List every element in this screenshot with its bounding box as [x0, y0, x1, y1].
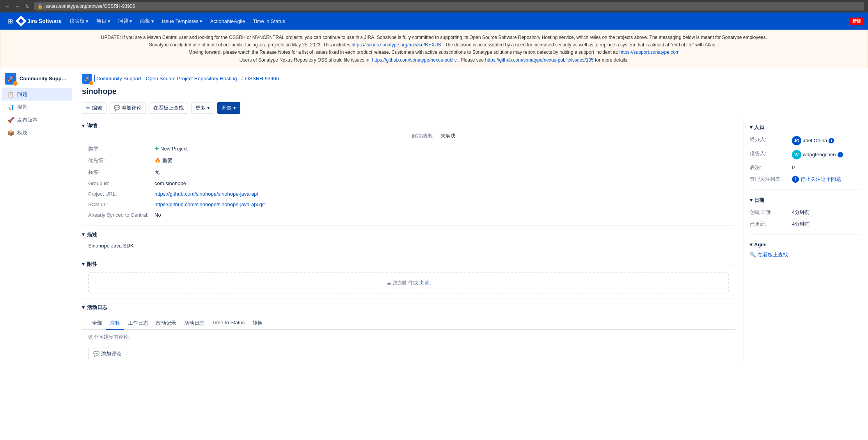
updated-label: 已更新:: [750, 219, 789, 229]
agile-section-header[interactable]: ▾ Agile: [750, 236, 862, 251]
sidebar-item-modules[interactable]: 📦 模块: [2, 127, 72, 139]
attachments-section-label: 附件: [87, 261, 97, 268]
url-bar[interactable]: 🔒 issues.sonatype.org/browse/OSSRH-93906: [34, 2, 864, 11]
lock-icon: 🔒: [37, 4, 43, 9]
refresh-button[interactable]: ↻: [24, 3, 31, 10]
sidebar-item-issues[interactable]: 📋 问题: [2, 88, 72, 101]
breadcrumb-separator: /: [241, 76, 243, 81]
divider-1: [82, 225, 735, 226]
tab-time-in-status[interactable]: Time In Status: [208, 317, 249, 330]
resolution-label: 解决结果:: [412, 132, 434, 140]
details-section-header[interactable]: ▾ 详情: [82, 118, 735, 133]
dates-section-label: 日期: [754, 197, 764, 204]
people-section-header[interactable]: ▾ 人员: [750, 118, 862, 134]
browse-link[interactable]: 浏览.: [419, 280, 431, 286]
browser-bar: ← → ↻ 🔒 issues.sonatype.org/browse/OSSRH…: [0, 0, 868, 12]
agile-board-link[interactable]: 🔍 在看板上查找: [750, 251, 862, 258]
priority-value: 🔥 重要: [154, 156, 735, 165]
forward-button[interactable]: →: [14, 3, 21, 10]
description-section-header[interactable]: ▾ 描述: [82, 227, 735, 241]
edit-button[interactable]: ✏ 编辑: [82, 102, 107, 114]
divider-right-1: [750, 189, 862, 190]
new-button[interactable]: 新建: [850, 18, 863, 25]
more-button[interactable]: 更多 ▾: [191, 102, 214, 114]
banner-nexus-link[interactable]: https://issues.sonatype.org/browse/NEXUS: [351, 42, 441, 48]
details-section-label: 详情: [87, 122, 97, 129]
nav-issue-templates[interactable]: Issue Templates ▾: [159, 17, 206, 26]
type-label: 类型:: [88, 144, 151, 154]
grid-icon[interactable]: ⊞: [5, 16, 16, 27]
votes-value: 0: [792, 163, 862, 172]
attachments-header: ▾ 附件 ···: [82, 257, 735, 271]
sidebar-item-releases[interactable]: 🚀 发布版本: [2, 114, 72, 126]
assignee-info-icon[interactable]: i: [829, 138, 834, 143]
project-icon: 🚀: [5, 73, 16, 85]
project-header: 🚀 Community Support - ...: [0, 68, 74, 88]
reporter-value: W wangfengchen i: [792, 149, 862, 161]
resolution-spacer: [88, 133, 412, 140]
activity-tabs: 全部 注释 工作日志 改动记录 活动日志 Time In Status 转换: [82, 314, 735, 330]
tab-all[interactable]: 全部: [88, 317, 106, 330]
project-url-link[interactable]: https://github.com/sinohope/sinohope-jav…: [154, 191, 258, 197]
jira-logo[interactable]: Jira Software: [17, 17, 62, 25]
tab-changelog[interactable]: 改动记录: [152, 317, 180, 330]
watch-link[interactable]: 停止关注这个问题: [801, 176, 841, 183]
banner-line4-suffix: for more details.: [595, 57, 628, 63]
banner-line2-prefix: Sonatype concluded use of most of our pu…: [149, 42, 351, 48]
sidebar-issues-label: 问题: [17, 91, 27, 98]
add-comment-button[interactable]: 💬 添加评论: [110, 102, 146, 114]
nav-issues[interactable]: 问题 ▾: [115, 16, 135, 26]
back-button[interactable]: ←: [4, 3, 11, 10]
chevron-agile-icon: ▾: [750, 242, 753, 247]
upload-icon: ☁: [386, 280, 391, 286]
nav-time-in-status[interactable]: Time in Status: [250, 17, 288, 26]
tab-worklog[interactable]: 工作日志: [124, 317, 152, 330]
find-on-board-button[interactable]: 在看板上查找: [149, 102, 188, 114]
dates-section-header[interactable]: ▾ 日期: [750, 191, 862, 207]
attachments-more-btn[interactable]: ···: [731, 261, 735, 267]
divider-right-2: [750, 234, 862, 235]
top-nav: ⊞ Jira Software 仪表板 ▾ 项目 ▾ 问题 ▾ 面板 ▾ Iss…: [0, 12, 868, 30]
banner-line1: UPDATE: If you are a Maven Central user …: [101, 35, 767, 40]
reporter-info-icon[interactable]: i: [838, 152, 843, 157]
people-section-label: 人员: [754, 124, 764, 131]
attachments-dropzone[interactable]: ☁ 添加附件或 浏览.: [88, 272, 729, 293]
scm-url-link[interactable]: https://github.com/sinohope/sinohope-jav…: [154, 201, 265, 207]
nav-projects[interactable]: 项目 ▾: [93, 16, 114, 26]
comment-input-area: 💬 添加评论: [82, 345, 735, 363]
nav-board[interactable]: 面板 ▾: [137, 16, 157, 26]
project-badge: [13, 81, 18, 86]
open-button[interactable]: 开放 ▾: [217, 102, 240, 114]
issue-title: sinohope: [74, 85, 868, 101]
type-value: ✚ New Project: [154, 144, 735, 154]
banner-support-link[interactable]: https://support.sonatype.com: [619, 49, 680, 55]
activity-section-header[interactable]: ▾ 活动日志: [82, 300, 735, 314]
attachments-section-header[interactable]: ▾ 附件: [82, 257, 731, 271]
type-icon: ✚: [154, 146, 159, 152]
tab-comments[interactable]: 注释: [106, 317, 124, 330]
synced-label: Already Synced to Central:: [88, 211, 151, 219]
breadcrumb-project-link[interactable]: Community Support - Open Source Project …: [94, 75, 239, 82]
url-text: issues.sonatype.org/browse/OSSRH-93906: [44, 4, 135, 9]
sidebar-modules-label: 模块: [17, 129, 27, 136]
tab-activity-log[interactable]: 活动日志: [180, 317, 208, 330]
description-section-label: 描述: [87, 231, 97, 238]
sidebar-item-reports[interactable]: 📊 报告: [2, 101, 72, 113]
nav-dashboard[interactable]: 仪表板 ▾: [66, 16, 92, 26]
banner-nexus-public-link[interactable]: https://github.com/sonatype/nexus-public: [372, 57, 456, 63]
tab-transitions[interactable]: 转换: [249, 317, 266, 330]
people-grid: 经办人: JO Joel Orlina i 报告人: W wangfengche…: [750, 134, 862, 188]
announcement-banner: UPDATE: If you are a Maven Central user …: [0, 30, 868, 68]
banner-issues-link[interactable]: https://github.com/sonatype/nexus-public…: [485, 57, 594, 63]
sidebar: 🚀 Community Support - ... 📋 问题 📊 报告 🚀 发布…: [0, 68, 74, 440]
content-area: 🚀 Community Support - Open Source Projec…: [74, 68, 868, 440]
assignee-label: 经办人:: [750, 135, 789, 147]
breadcrumb-issue-link[interactable]: OSSRH-93906: [245, 76, 279, 81]
modules-icon: 📦: [7, 130, 14, 136]
synced-value: No: [154, 211, 735, 219]
activity-section-label: 活动日志: [87, 304, 107, 311]
chevron-attach-icon: ▾: [82, 261, 85, 267]
add-comment-bottom-button[interactable]: 💬 添加评论: [88, 348, 126, 360]
resolution-value: 未解决: [440, 133, 456, 139]
nav-actionable-agile[interactable]: ActionableAgile: [207, 17, 249, 26]
